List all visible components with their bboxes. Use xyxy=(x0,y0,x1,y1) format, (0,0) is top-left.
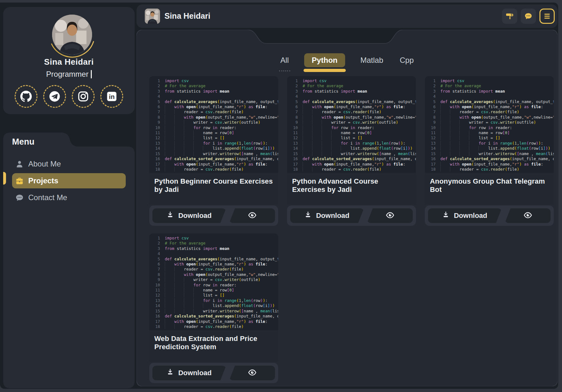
header-name: Sina Heidari xyxy=(164,11,211,21)
download-button[interactable]: Download xyxy=(152,208,226,223)
menu-list: About MeProjectsContact Me xyxy=(3,155,135,207)
social-button-instagram[interactable] xyxy=(72,85,95,108)
card-footer: Download xyxy=(149,363,278,383)
social-button-telegram[interactable] xyxy=(43,85,66,108)
social-button-linkedin[interactable]: in xyxy=(100,85,123,108)
chat-icon xyxy=(15,193,24,202)
eye-icon xyxy=(524,211,532,220)
download-icon xyxy=(442,211,449,220)
preview-button[interactable] xyxy=(367,208,413,223)
card-title: Python Advanced Course Exercises by Jadi xyxy=(292,177,411,194)
card-footer: Download xyxy=(149,206,278,226)
hamburger-button[interactable] xyxy=(539,9,555,24)
project-card: 1import csv2# For the average3from stati… xyxy=(149,76,278,226)
filter-tabs: AllPythonMatlabCpp xyxy=(137,51,558,69)
eye-icon xyxy=(386,211,394,220)
header-actions xyxy=(502,9,555,24)
card-title: Python Beginner Course Exercises by Jadi xyxy=(154,177,273,194)
sidebar-item-label: About Me xyxy=(28,160,61,168)
card-footer: Download xyxy=(425,206,554,226)
card-title-block: Python Advanced Course Exercises by Jadi xyxy=(287,173,416,205)
code-preview: 1import csv2# For the average3from stati… xyxy=(425,76,554,173)
header-avatar xyxy=(145,9,160,24)
card-title: Anonymous Group Chat Telegram Bot xyxy=(430,177,549,194)
portfolio-page: { "accent": "#eac158", "sidebar": { "nam… xyxy=(0,0,562,392)
github-icon xyxy=(20,91,32,102)
app-window: Sina Heidari Programmer in Menu About Me… xyxy=(0,3,558,389)
sidebar-item-label: Contact Me xyxy=(28,193,67,202)
menu-title: Menu xyxy=(12,137,35,147)
hamburger-icon xyxy=(543,12,551,20)
briefcase-icon xyxy=(15,177,24,185)
sidebar-item-contact-me[interactable]: Contact Me xyxy=(12,190,126,205)
download-icon xyxy=(167,211,174,220)
preview-button[interactable] xyxy=(505,208,551,223)
card-footer: Download xyxy=(287,206,416,226)
linkedin-icon: in xyxy=(106,91,117,102)
download-label: Download xyxy=(178,212,211,220)
tab-all[interactable]: All xyxy=(279,53,290,67)
paint-roller-icon xyxy=(505,12,514,20)
profile-name: Sina Heidari xyxy=(3,57,135,67)
instagram-icon xyxy=(77,91,89,102)
project-cards: 1import csv2# For the average3from stati… xyxy=(149,76,554,383)
svg-text:in: in xyxy=(109,93,115,100)
download-label: Download xyxy=(454,212,487,220)
card-title-block: Web Data Extraction and Price Prediction… xyxy=(149,330,278,362)
telegram-icon xyxy=(49,91,60,102)
tab-python[interactable]: Python xyxy=(304,53,345,67)
profile-panel: Sina Heidari Programmer in xyxy=(3,7,135,114)
sidebar-item-projects[interactable]: Projects xyxy=(12,173,126,188)
card-title-block: Anonymous Group Chat Telegram Bot xyxy=(425,173,554,205)
download-icon xyxy=(304,211,311,220)
download-label: Download xyxy=(178,369,211,377)
tab-cpp[interactable]: Cpp xyxy=(398,53,415,67)
project-card: 1import csv2# For the average3from stati… xyxy=(287,76,416,226)
code-preview: 1import csv2# For the average3from stati… xyxy=(149,233,278,330)
tab-matlab[interactable]: Matlab xyxy=(359,53,385,67)
card-title-block: Python Beginner Course Exercises by Jadi xyxy=(149,173,278,205)
card-title: Web Data Extraction and Price Prediction… xyxy=(154,335,273,351)
menu-panel: Menu About MeProjectsContact Me xyxy=(3,133,135,388)
download-button[interactable]: Download xyxy=(290,208,364,223)
chat-dots-icon xyxy=(524,12,532,20)
user-icon xyxy=(15,160,24,168)
eye-icon xyxy=(248,368,257,378)
code-preview: 1import csv2# For the average3from stati… xyxy=(287,76,416,173)
profile-photo xyxy=(52,15,92,55)
social-button-github[interactable] xyxy=(15,85,37,108)
code-preview: 1import csv2# For the average3from stati… xyxy=(149,76,278,173)
social-links: in xyxy=(3,85,135,109)
sidebar-item-about-me[interactable]: About Me xyxy=(12,156,126,172)
paint-roller-button[interactable] xyxy=(502,9,517,24)
typing-caret xyxy=(91,70,92,78)
download-icon xyxy=(167,369,174,377)
preview-button[interactable] xyxy=(229,208,275,223)
download-button[interactable]: Download xyxy=(152,366,226,380)
download-button[interactable]: Download xyxy=(428,208,502,223)
header-bar: Sina Heidari xyxy=(137,4,558,28)
chat-dots-button[interactable] xyxy=(521,9,536,24)
projects-panel: AllPythonMatlabCpp 1import csv2# For the… xyxy=(137,30,558,386)
profile-role: Programmer xyxy=(3,70,135,79)
eye-icon xyxy=(248,211,257,220)
preview-button[interactable] xyxy=(229,366,275,380)
project-card: 1import csv2# For the average3from stati… xyxy=(149,233,278,383)
project-card: 1import csv2# For the average3from stati… xyxy=(425,76,554,226)
sidebar-item-label: Projects xyxy=(28,176,58,185)
download-label: Download xyxy=(316,212,349,220)
